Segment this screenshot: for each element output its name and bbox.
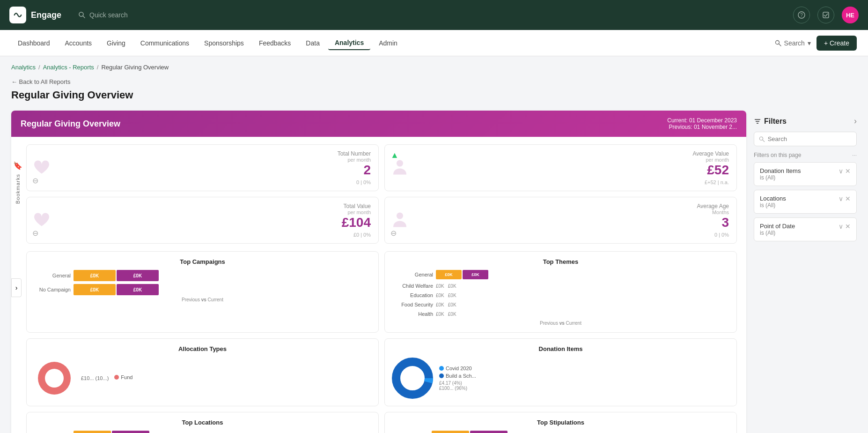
app-logo-icon	[9, 7, 26, 23]
nav-admin[interactable]: Admin	[372, 37, 404, 50]
stat-value-4: 3	[392, 215, 729, 230]
theme-bars-education: £0K £0K	[436, 293, 456, 298]
logo-container[interactable]: Engage	[9, 7, 61, 23]
theme-row-childwelfare: Child Welfare £0K £0K	[393, 283, 728, 289]
allocation-legend: Fund	[114, 374, 132, 382]
top-bar-right: ? HE	[793, 7, 859, 23]
avatar[interactable]: HE	[842, 7, 859, 23]
theme-bar-general-curr: £0K	[463, 270, 488, 279]
nav-giving[interactable]: Giving	[100, 37, 132, 50]
top-locations-title: Top Locations	[33, 419, 372, 426]
nav-search[interactable]: Search ▾	[775, 39, 811, 47]
top-search[interactable]: Quick search	[78, 11, 128, 19]
stat-footer-3: £0 | 0%	[34, 232, 371, 238]
svg-point-13	[403, 369, 422, 388]
stat-sublabel-3: per month	[34, 209, 371, 215]
campaign-bar-nocampaign-prev: £0K	[74, 284, 116, 295]
donation-donut-container: Covid 2020 Build a Sch... £4.17 (4%) £10…	[391, 357, 730, 399]
filter-pointofdate-clear[interactable]: ✕	[845, 223, 851, 230]
campaign-bar-general-curr: £0K	[117, 270, 159, 281]
fund-legend-label: Fund	[121, 374, 132, 380]
nav-data[interactable]: Data	[299, 37, 326, 50]
filter-pointofdate-actions: ∨ ✕	[839, 223, 851, 230]
filter-donation-clear[interactable]: ✕	[845, 167, 851, 175]
theme-row-foodsecurity: Food Security £0K £0K	[393, 302, 728, 307]
stat-minus-3: ⊖	[32, 229, 38, 238]
nav-dashboard[interactable]: Dashboard	[11, 37, 57, 50]
svg-point-17	[759, 137, 763, 140]
stipulation-bars-general: £0K £0K	[432, 431, 730, 433]
back-link[interactable]: ← Back to All Reports	[0, 75, 868, 87]
date-current: Current: 01 December 2023	[667, 117, 737, 124]
filter-pointofdate-value: is (All)	[760, 230, 835, 236]
filter-pointofdate-content: Point of Date is (All)	[760, 223, 835, 236]
charts-row-top: Top Campaigns General £0K £0K No Campaig…	[11, 251, 746, 338]
filter-item-locations: Locations is (All) ∨ ✕	[754, 190, 857, 214]
stat-footer-1: 0 | 0%	[34, 179, 371, 185]
report-panel: › 🔖 Bookmarks Regular Giving Overview Cu…	[11, 111, 746, 433]
nav-sponsorships[interactable]: Sponsorships	[198, 37, 250, 50]
campaign-row-nocampaign: No Campaign £0K £0K	[33, 284, 372, 295]
nav-search-label: Search	[784, 39, 805, 47]
stat-icon-person1	[390, 158, 409, 178]
nav-communications[interactable]: Communications	[134, 37, 196, 50]
sidebar-toggle[interactable]: ›	[11, 278, 22, 297]
filter-locations-content: Locations is (All)	[760, 195, 835, 209]
theme-label-foodsecurity: Food Security	[393, 302, 433, 307]
stats-grid: Total Number per month 2 0 | 0% ⊖ Averag…	[11, 137, 746, 251]
stat-minus-4: ⊖	[390, 229, 397, 238]
top-themes-subtitle: Previous vs Current	[391, 321, 730, 326]
location-bar-pakistan-curr: £0K	[112, 431, 149, 433]
create-button[interactable]: + Create	[817, 36, 857, 51]
nav-feedbacks[interactable]: Feedbacks	[252, 37, 297, 50]
campaign-bars-general: £0K £0K	[74, 270, 372, 281]
allocation-center-label: £10... (10...)	[81, 375, 109, 381]
allocation-label-prefix: £10... (10...)	[81, 375, 109, 381]
location-row-pakistan: Pakistan £0K £0K	[33, 431, 372, 433]
fund-legend-dot	[114, 375, 119, 380]
stat-average-age: Average Age Months 3 0 | 0% ⊖	[384, 197, 737, 244]
filter-pointofdate-expand[interactable]: ∨	[839, 223, 843, 230]
donation-value-build: £100... (96%)	[439, 386, 476, 391]
filters-search-box[interactable]	[754, 132, 857, 146]
filters-more-icon[interactable]: ···	[852, 152, 857, 158]
filters-panel: Filters › Filters on this page ··· Donat…	[754, 111, 857, 433]
donation-donut-svg	[391, 357, 434, 399]
nav-accounts[interactable]: Accounts	[59, 37, 99, 50]
bookmark-icon[interactable]: 🔖	[13, 161, 22, 170]
stat-minus-1: ⊖	[32, 176, 38, 185]
campaign-bars-nocampaign: £0K £0K	[74, 284, 372, 295]
breadcrumb-reports[interactable]: Analytics - Reports	[43, 64, 94, 71]
donation-items-card: Donation Items Covid 2020	[384, 338, 737, 406]
date-previous: Previous: 01 November 2...	[667, 124, 737, 130]
filters-section-label: Filters on this page ···	[754, 152, 857, 158]
check-button[interactable]	[817, 7, 834, 23]
theme-label-health: Health	[393, 311, 433, 317]
campaign-label-nocampaign: No Campaign	[33, 287, 71, 292]
theme-bars-foodsecurity: £0K £0K	[436, 302, 456, 307]
filter-locations-expand[interactable]: ∨	[839, 195, 843, 202]
stat-sublabel-1: per month	[34, 157, 371, 163]
donuts-row: Allocation Types £10... (10...) Fund	[11, 338, 746, 412]
svg-point-8	[397, 213, 403, 219]
top-locations-bars: Pakistan £0K £0K Bangladesh £0K £0K	[33, 431, 372, 433]
theme-row-general: General £0K £0K	[393, 270, 728, 279]
filter-locations-clear[interactable]: ✕	[845, 195, 851, 202]
stat-total-value: Total Value per month £104 £0 | 0% ⊖	[26, 197, 379, 244]
filters-search-input[interactable]	[768, 135, 852, 142]
filter-donation-expand[interactable]: ∨	[839, 167, 843, 175]
top-campaigns-subtitle: Previous vs Current	[33, 297, 372, 302]
nav-analytics[interactable]: Analytics	[328, 36, 370, 50]
filters-expand-button[interactable]: ›	[854, 116, 857, 126]
stat-footer-4: 0 | 0%	[392, 232, 729, 238]
svg-point-5	[775, 40, 779, 44]
stat-footer-2: £+52 | n.a.	[392, 179, 729, 185]
breadcrumb-analytics[interactable]: Analytics	[11, 64, 36, 71]
stat-value-2: £52	[392, 163, 729, 178]
stat-label-3: Total Value	[34, 203, 371, 209]
themes-bars: General £0K £0K Child Welfare £0K £0K	[391, 270, 730, 317]
theme-row-health: Health £0K £0K	[393, 311, 728, 317]
stipulation-row-general: General £0K £0K	[391, 431, 730, 433]
report-header-dates: Current: 01 December 2023 Previous: 01 N…	[667, 117, 737, 130]
help-button[interactable]: ?	[793, 7, 810, 23]
